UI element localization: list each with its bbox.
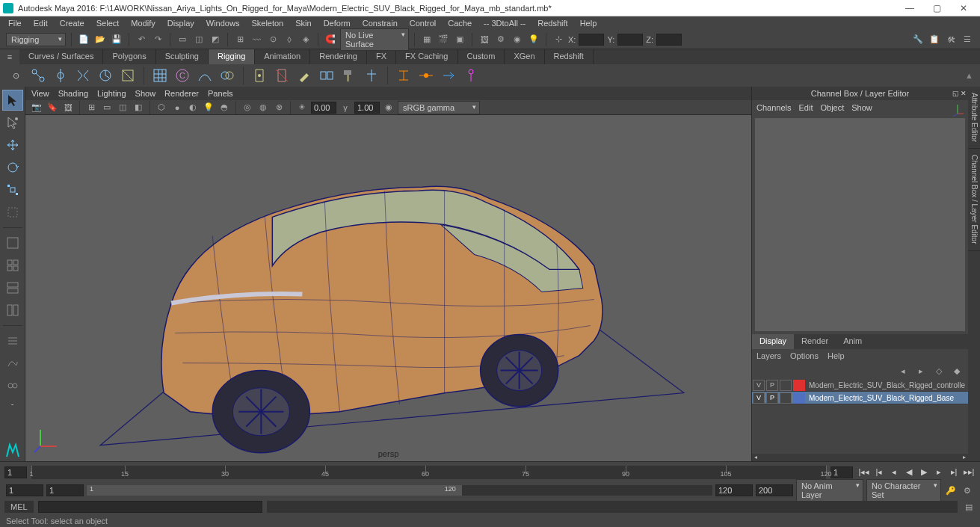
layer-playback-toggle[interactable]: P: [766, 392, 778, 404]
move-tool[interactable]: [2, 135, 23, 155]
go-start-icon[interactable]: |◂◂: [857, 466, 871, 478]
hammer-weights-icon[interactable]: [339, 66, 359, 85]
layer-color-swatch[interactable]: [793, 392, 805, 404]
range-end-inner[interactable]: [715, 484, 753, 496]
cluster-icon[interactable]: C: [173, 66, 192, 85]
menu-skeleton[interactable]: Skeleton: [246, 17, 289, 29]
snap-point-icon[interactable]: ⊙: [266, 33, 280, 46]
menu-modify[interactable]: Modify: [126, 17, 160, 29]
make-live-icon[interactable]: 🧲: [324, 33, 337, 46]
outliner-icon[interactable]: [2, 330, 23, 351]
render-view-icon[interactable]: 🖼: [478, 33, 491, 46]
view-wireframe-icon[interactable]: ⬡: [155, 101, 168, 114]
undo-icon[interactable]: ↶: [135, 33, 148, 46]
rotate-tool[interactable]: [2, 157, 23, 178]
range-end-outer[interactable]: [756, 484, 793, 496]
step-back-icon[interactable]: ◂: [887, 466, 901, 478]
layer-menu-help[interactable]: Help: [828, 351, 845, 360]
ik-handle-icon[interactable]: [118, 66, 138, 85]
shelf-tab-sculpting[interactable]: Sculpting: [156, 49, 209, 64]
channel-box-icon[interactable]: ☰: [961, 33, 974, 46]
gamma-input[interactable]: [354, 102, 380, 114]
panel-popout-icon[interactable]: ◱: [952, 90, 959, 97]
render-settings-icon[interactable]: ⚙: [494, 33, 508, 46]
view-image-plane-icon[interactable]: 🖼: [61, 101, 75, 114]
lattice-icon[interactable]: [150, 66, 170, 85]
view-xray-joints-icon[interactable]: ⊗: [272, 101, 286, 114]
workspace-selector[interactable]: Rigging: [6, 33, 66, 46]
open-scene-icon[interactable]: 📂: [93, 33, 107, 46]
layout-single-icon[interactable]: [2, 232, 23, 253]
layer-tab-display[interactable]: Display: [752, 334, 794, 349]
panel-menu-panels[interactable]: Panels: [208, 89, 233, 98]
view-film-gate-icon[interactable]: ▭: [100, 101, 114, 114]
tool-settings-icon[interactable]: 🛠: [944, 33, 958, 46]
shelf-tab-redshift[interactable]: Redshift: [545, 49, 594, 64]
side-tab-channel-box-layer-editor[interactable]: Channel Box / Layer Editor: [968, 149, 980, 251]
menu-control[interactable]: Control: [404, 17, 441, 29]
wire-icon[interactable]: [195, 66, 215, 85]
blend-shape-icon[interactable]: [218, 66, 237, 85]
minimize-button[interactable]: —: [896, 1, 923, 16]
menu-cache[interactable]: Cache: [443, 17, 477, 29]
snap-surface-icon[interactable]: ◈: [299, 33, 312, 46]
layer-color-swatch[interactable]: [793, 380, 805, 391]
layer-move-down-icon[interactable]: ▸: [914, 364, 928, 377]
play-fwd-icon[interactable]: ▶: [917, 466, 931, 478]
view-isolate-icon[interactable]: ◎: [241, 101, 254, 114]
time-current-end[interactable]: [830, 466, 853, 478]
view-expose-icon[interactable]: ☀: [295, 101, 309, 114]
range-start-outer[interactable]: [6, 484, 43, 496]
select-tool[interactable]: [2, 90, 23, 111]
range-start-inner[interactable]: [46, 484, 84, 496]
layout-two-h-icon[interactable]: [2, 277, 23, 298]
mirror-weights-icon[interactable]: [317, 66, 336, 85]
prune-weights-icon[interactable]: [362, 66, 381, 85]
hypershade-icon[interactable]: ◉: [511, 33, 524, 46]
layer-row[interactable]: VPModern_Electric_SUV_Black_Rigged_Base: [752, 392, 968, 404]
coord-y-input[interactable]: [617, 34, 643, 46]
lasso-tool[interactable]: [2, 112, 23, 133]
constraint-point-icon[interactable]: [416, 66, 436, 85]
constraint-parent-icon[interactable]: [394, 66, 413, 85]
channel-menu-show[interactable]: Show: [851, 103, 872, 112]
redo-icon[interactable]: ↷: [151, 33, 164, 46]
channel-menu-object[interactable]: Object: [820, 103, 844, 112]
view-lights-icon[interactable]: 💡: [202, 101, 215, 114]
step-fwd-key-icon[interactable]: ▸|: [947, 466, 961, 478]
layer-scrollbar[interactable]: ◂▸: [752, 454, 968, 461]
layer-new-empty-icon[interactable]: ◇: [932, 364, 946, 377]
shelf-tab-fx-caching[interactable]: FX Caching: [396, 49, 457, 64]
script-editor-icon[interactable]: ▤: [962, 500, 976, 514]
menu--3dtoall-[interactable]: -- 3DtoAll --: [478, 17, 531, 29]
collapse-tool[interactable]: -: [2, 398, 23, 410]
shelf-tab-rendering[interactable]: Rendering: [310, 49, 367, 64]
shelf-tab-polygons[interactable]: Polygons: [103, 49, 155, 64]
construction-history-icon[interactable]: ▦: [420, 33, 434, 46]
auto-key-icon[interactable]: 🔑: [944, 484, 958, 497]
channel-menu-channels[interactable]: Channels: [756, 103, 791, 112]
anim-layer-selector[interactable]: No Anim Layer: [796, 479, 863, 502]
shelf-tab-custom[interactable]: Custom: [458, 49, 505, 64]
color-space-selector[interactable]: sRGB gamma: [398, 101, 480, 114]
play-back-icon[interactable]: ◀: [902, 466, 916, 478]
view-shaded-icon[interactable]: ●: [170, 101, 184, 114]
time-current-start[interactable]: [4, 466, 27, 478]
shelf-tab-xgen[interactable]: XGen: [505, 49, 544, 64]
graph-editor-icon[interactable]: [2, 353, 23, 374]
panel-menu-show[interactable]: Show: [135, 89, 156, 98]
coord-z-input[interactable]: [656, 34, 682, 46]
snap-grid-icon[interactable]: ⊞: [233, 33, 247, 46]
time-ruler[interactable]: 1153045607590105120: [31, 466, 826, 479]
detach-skin-icon[interactable]: [272, 66, 292, 85]
panel-close-icon[interactable]: ✕: [961, 90, 967, 97]
prefs-icon[interactable]: ⚙: [961, 484, 974, 497]
layer-tab-anim[interactable]: Anim: [836, 334, 869, 349]
view-grid-icon[interactable]: ⊞: [84, 101, 98, 114]
paint-weights-icon[interactable]: [295, 66, 314, 85]
shelf-tab-animation[interactable]: Animation: [255, 49, 310, 64]
panel-menu-view[interactable]: View: [31, 89, 49, 98]
channel-list[interactable]: [755, 118, 965, 331]
select-paint-icon[interactable]: ◩: [209, 33, 222, 46]
layer-new-selected-icon[interactable]: ◆: [950, 364, 964, 377]
